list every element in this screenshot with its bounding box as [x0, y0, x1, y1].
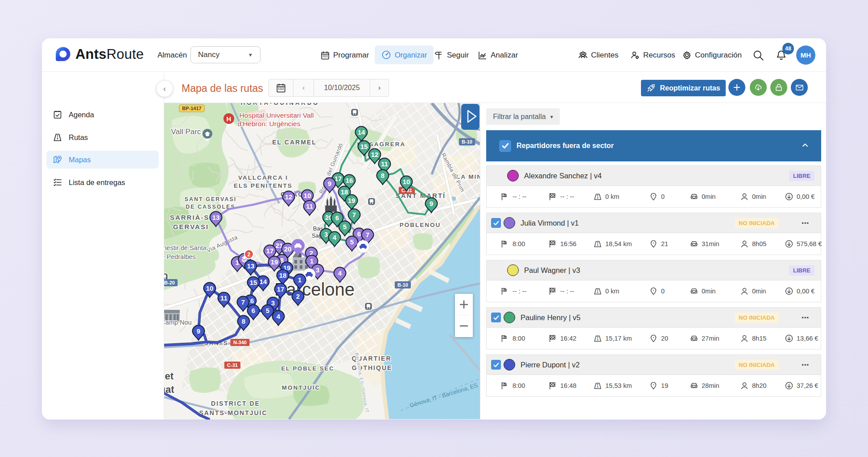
svg-text:11: 11	[381, 160, 388, 168]
svg-text:Hospital Universitari Vall: Hospital Universitari Vall	[240, 111, 314, 119]
svg-text:1: 1	[298, 276, 302, 284]
svg-text:HORTA-GUINARDÓ: HORTA-GUINARDÓ	[241, 103, 319, 106]
svg-text:5: 5	[343, 223, 347, 231]
svg-text:5: 5	[350, 238, 354, 246]
svg-text:6: 6	[252, 307, 255, 314]
svg-text:Vall Parc: Vall Parc	[171, 128, 201, 136]
svg-text:d'Hebron: Urgències: d'Hebron: Urgències	[238, 120, 301, 128]
svg-text:15: 15	[360, 143, 368, 150]
svg-text:13: 13	[247, 262, 255, 270]
svg-text:17: 17	[277, 285, 285, 293]
svg-text:EL POBLE SEC: EL POBLE SEC	[281, 365, 334, 372]
svg-text:9: 9	[197, 327, 200, 335]
svg-text:B-10: B-10	[397, 282, 408, 288]
svg-text:2: 2	[248, 251, 251, 258]
svg-text:Monestir de Santa: Monestir de Santa	[164, 244, 207, 251]
svg-text:6: 6	[335, 214, 339, 222]
svg-text:C-31: C-31	[227, 362, 238, 368]
svg-text:SANT GERVASI: SANT GERVASI	[185, 196, 237, 202]
svg-text:13: 13	[212, 214, 220, 221]
svg-text:N-340: N-340	[233, 340, 247, 345]
svg-text:12: 12	[285, 193, 293, 201]
svg-text:BP-1417: BP-1417	[182, 106, 201, 111]
svg-text:H: H	[227, 115, 231, 123]
svg-text:7: 7	[352, 211, 356, 218]
svg-text:20: 20	[284, 245, 292, 253]
svg-text:Camp Nou: Camp Nou	[164, 319, 192, 326]
svg-text:10: 10	[206, 284, 214, 292]
svg-text:8: 8	[381, 172, 384, 179]
svg-text:9: 9	[430, 200, 433, 207]
svg-text:EL CARMEL: EL CARMEL	[272, 139, 316, 146]
svg-text:B-20: B-20	[164, 280, 175, 285]
svg-text:14: 14	[260, 278, 267, 285]
svg-text:7: 7	[241, 298, 245, 306]
svg-text:POBLENOU: POBLENOU	[400, 222, 441, 228]
svg-text:3: 3	[324, 231, 328, 238]
svg-text:12: 12	[371, 151, 379, 158]
svg-text:19: 19	[271, 258, 278, 266]
svg-text:11: 11	[306, 202, 313, 210]
svg-text:VALLCARCA I: VALLCARCA I	[238, 174, 288, 181]
svg-text:4: 4	[338, 269, 342, 277]
svg-text:19: 19	[348, 197, 355, 204]
svg-text:15: 15	[250, 279, 257, 286]
svg-text:9: 9	[328, 180, 331, 187]
svg-text:10: 10	[304, 192, 311, 199]
svg-text:DISTRICT DE: DISTRICT DE	[211, 400, 260, 407]
svg-text:3: 3	[271, 299, 275, 307]
svg-text:14: 14	[358, 128, 365, 136]
svg-text:a de Pedralbes: a de Pedralbes	[164, 253, 196, 260]
svg-text:18: 18	[341, 188, 348, 196]
svg-text:SANTS-MONTJUÏC: SANTS-MONTJUÏC	[199, 409, 267, 416]
svg-text:5: 5	[266, 307, 269, 314]
svg-text:2: 2	[296, 292, 300, 300]
svg-text:11: 11	[220, 294, 227, 302]
svg-text:10: 10	[403, 178, 410, 185]
svg-text:GERVASI: GERVASI	[173, 223, 209, 231]
svg-text:6: 6	[357, 230, 361, 238]
svg-text:18: 18	[279, 272, 287, 279]
svg-text:8: 8	[242, 317, 245, 325]
svg-text:4: 4	[277, 313, 281, 320]
svg-text:16: 16	[346, 177, 353, 184]
svg-text:1: 1	[310, 257, 314, 265]
svg-text:4: 4	[333, 234, 337, 241]
svg-text:B-10: B-10	[462, 139, 472, 144]
svg-text:7: 7	[366, 231, 369, 239]
svg-text:17: 17	[266, 247, 274, 255]
svg-text:3: 3	[316, 266, 319, 274]
svg-text:alet: alet	[164, 371, 174, 382]
svg-text:MONTJUÏC: MONTJUÏC	[282, 384, 321, 391]
svg-text:ELS PENITENTS: ELS PENITENTS	[234, 182, 293, 189]
